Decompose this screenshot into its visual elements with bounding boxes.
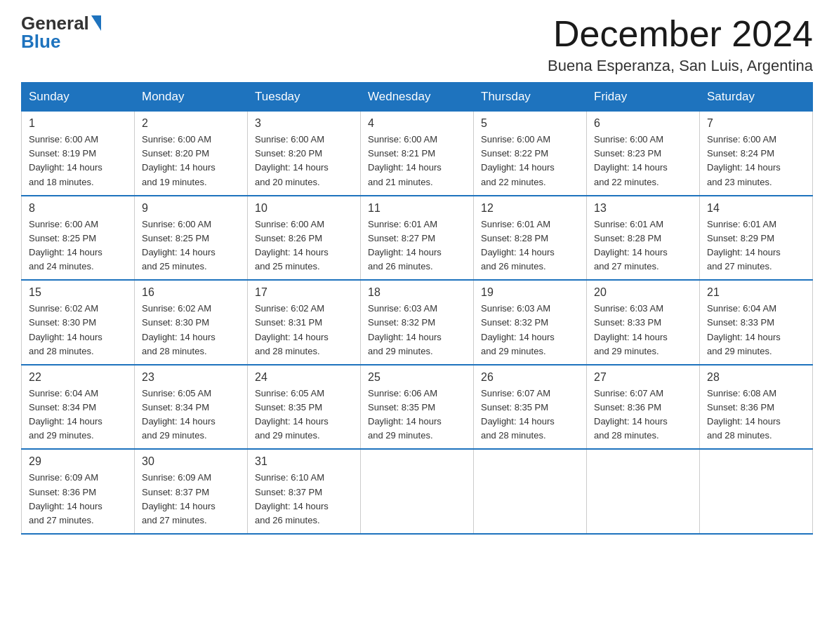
day-number: 9: [142, 202, 240, 215]
calendar-cell: [474, 449, 587, 534]
day-number: 28: [707, 371, 805, 384]
calendar-cell: 31 Sunrise: 6:10 AM Sunset: 8:37 PM Dayl…: [248, 449, 361, 534]
day-number: 2: [142, 117, 240, 130]
calendar-cell: 18 Sunrise: 6:03 AM Sunset: 8:32 PM Dayl…: [361, 280, 474, 365]
calendar-cell: 8 Sunrise: 6:00 AM Sunset: 8:25 PM Dayli…: [22, 196, 135, 281]
calendar-cell: 22 Sunrise: 6:04 AM Sunset: 8:34 PM Dayl…: [22, 365, 135, 450]
month-title: December 2024: [548, 14, 813, 54]
calendar-header-row: SundayMondayTuesdayWednesdayThursdayFrid…: [22, 83, 813, 112]
calendar-cell: 25 Sunrise: 6:06 AM Sunset: 8:35 PM Dayl…: [361, 365, 474, 450]
calendar-week-row: 1 Sunrise: 6:00 AM Sunset: 8:19 PM Dayli…: [22, 112, 813, 196]
calendar-cell: 27 Sunrise: 6:07 AM Sunset: 8:36 PM Dayl…: [587, 365, 700, 450]
day-info: Sunrise: 6:09 AM Sunset: 8:36 PM Dayligh…: [29, 471, 127, 528]
calendar-cell: [587, 449, 700, 534]
day-number: 19: [481, 286, 579, 299]
calendar-cell: 5 Sunrise: 6:00 AM Sunset: 8:22 PM Dayli…: [474, 112, 587, 196]
day-info: Sunrise: 6:00 AM Sunset: 8:19 PM Dayligh…: [29, 133, 127, 189]
header-wednesday: Wednesday: [361, 83, 474, 112]
day-info: Sunrise: 6:04 AM Sunset: 8:33 PM Dayligh…: [707, 302, 805, 358]
calendar-cell: 28 Sunrise: 6:08 AM Sunset: 8:36 PM Dayl…: [700, 365, 813, 450]
day-number: 1: [29, 117, 127, 130]
calendar-cell: 17 Sunrise: 6:02 AM Sunset: 8:31 PM Dayl…: [248, 280, 361, 365]
calendar-table: SundayMondayTuesdayWednesdayThursdayFrid…: [21, 82, 813, 535]
day-number: 22: [29, 371, 127, 384]
calendar-cell: 6 Sunrise: 6:00 AM Sunset: 8:23 PM Dayli…: [587, 112, 700, 196]
day-info: Sunrise: 6:00 AM Sunset: 8:20 PM Dayligh…: [255, 133, 353, 189]
calendar-cell: [700, 449, 813, 534]
day-number: 31: [255, 455, 353, 468]
day-number: 27: [594, 371, 692, 384]
header-sunday: Sunday: [22, 83, 135, 112]
calendar-cell: 10 Sunrise: 6:00 AM Sunset: 8:26 PM Dayl…: [248, 196, 361, 281]
day-info: Sunrise: 6:00 AM Sunset: 8:21 PM Dayligh…: [368, 133, 466, 189]
day-info: Sunrise: 6:02 AM Sunset: 8:30 PM Dayligh…: [142, 302, 240, 358]
header-friday: Friday: [587, 83, 700, 112]
day-info: Sunrise: 6:05 AM Sunset: 8:35 PM Dayligh…: [255, 387, 353, 443]
day-number: 24: [255, 371, 353, 384]
header-saturday: Saturday: [700, 83, 813, 112]
calendar-cell: [361, 449, 474, 534]
calendar-cell: 30 Sunrise: 6:09 AM Sunset: 8:37 PM Dayl…: [135, 449, 248, 534]
calendar-cell: 13 Sunrise: 6:01 AM Sunset: 8:28 PM Dayl…: [587, 196, 700, 281]
logo-blue-text: Blue: [21, 31, 60, 52]
day-number: 16: [142, 286, 240, 299]
calendar-cell: 14 Sunrise: 6:01 AM Sunset: 8:29 PM Dayl…: [700, 196, 813, 281]
day-number: 4: [368, 117, 466, 130]
day-number: 15: [29, 286, 127, 299]
day-info: Sunrise: 6:01 AM Sunset: 8:29 PM Dayligh…: [707, 217, 805, 274]
day-info: Sunrise: 6:03 AM Sunset: 8:33 PM Dayligh…: [594, 302, 692, 358]
calendar-cell: 9 Sunrise: 6:00 AM Sunset: 8:25 PM Dayli…: [135, 196, 248, 281]
logo-arrow-icon: [91, 15, 101, 31]
calendar-cell: 19 Sunrise: 6:03 AM Sunset: 8:32 PM Dayl…: [474, 280, 587, 365]
day-info: Sunrise: 6:04 AM Sunset: 8:34 PM Dayligh…: [29, 387, 127, 443]
page-header: General Blue December 2024 Buena Esperan…: [21, 14, 813, 75]
calendar-week-row: 15 Sunrise: 6:02 AM Sunset: 8:30 PM Dayl…: [22, 280, 813, 365]
day-info: Sunrise: 6:00 AM Sunset: 8:25 PM Dayligh…: [142, 217, 240, 274]
day-number: 6: [594, 117, 692, 130]
day-info: Sunrise: 6:00 AM Sunset: 8:22 PM Dayligh…: [481, 133, 579, 189]
day-info: Sunrise: 6:00 AM Sunset: 8:20 PM Dayligh…: [142, 133, 240, 189]
calendar-cell: 3 Sunrise: 6:00 AM Sunset: 8:20 PM Dayli…: [248, 112, 361, 196]
day-info: Sunrise: 6:07 AM Sunset: 8:36 PM Dayligh…: [594, 387, 692, 443]
day-info: Sunrise: 6:06 AM Sunset: 8:35 PM Dayligh…: [368, 387, 466, 443]
calendar-cell: 20 Sunrise: 6:03 AM Sunset: 8:33 PM Dayl…: [587, 280, 700, 365]
day-number: 29: [29, 455, 127, 468]
day-info: Sunrise: 6:02 AM Sunset: 8:30 PM Dayligh…: [29, 302, 127, 358]
title-block: December 2024 Buena Esperanza, San Luis,…: [548, 14, 813, 75]
calendar-cell: 21 Sunrise: 6:04 AM Sunset: 8:33 PM Dayl…: [700, 280, 813, 365]
day-number: 13: [594, 202, 692, 215]
calendar-cell: 12 Sunrise: 6:01 AM Sunset: 8:28 PM Dayl…: [474, 196, 587, 281]
logo: General Blue: [21, 14, 101, 51]
day-number: 21: [707, 286, 805, 299]
day-info: Sunrise: 6:01 AM Sunset: 8:27 PM Dayligh…: [368, 217, 466, 274]
day-number: 20: [594, 286, 692, 299]
calendar-week-row: 22 Sunrise: 6:04 AM Sunset: 8:34 PM Dayl…: [22, 365, 813, 450]
day-info: Sunrise: 6:10 AM Sunset: 8:37 PM Dayligh…: [255, 471, 353, 528]
day-info: Sunrise: 6:03 AM Sunset: 8:32 PM Dayligh…: [368, 302, 466, 358]
day-info: Sunrise: 6:00 AM Sunset: 8:23 PM Dayligh…: [594, 133, 692, 189]
calendar-cell: 23 Sunrise: 6:05 AM Sunset: 8:34 PM Dayl…: [135, 365, 248, 450]
header-thursday: Thursday: [474, 83, 587, 112]
day-number: 12: [481, 202, 579, 215]
day-number: 10: [255, 202, 353, 215]
calendar-cell: 1 Sunrise: 6:00 AM Sunset: 8:19 PM Dayli…: [22, 112, 135, 196]
day-info: Sunrise: 6:01 AM Sunset: 8:28 PM Dayligh…: [594, 217, 692, 274]
day-number: 3: [255, 117, 353, 130]
header-monday: Monday: [135, 83, 248, 112]
calendar-cell: 11 Sunrise: 6:01 AM Sunset: 8:27 PM Dayl…: [361, 196, 474, 281]
calendar-week-row: 8 Sunrise: 6:00 AM Sunset: 8:25 PM Dayli…: [22, 196, 813, 281]
day-info: Sunrise: 6:02 AM Sunset: 8:31 PM Dayligh…: [255, 302, 353, 358]
day-number: 30: [142, 455, 240, 468]
day-number: 18: [368, 286, 466, 299]
calendar-cell: 29 Sunrise: 6:09 AM Sunset: 8:36 PM Dayl…: [22, 449, 135, 534]
calendar-cell: 4 Sunrise: 6:00 AM Sunset: 8:21 PM Dayli…: [361, 112, 474, 196]
day-number: 25: [368, 371, 466, 384]
day-info: Sunrise: 6:07 AM Sunset: 8:35 PM Dayligh…: [481, 387, 579, 443]
day-info: Sunrise: 6:09 AM Sunset: 8:37 PM Dayligh…: [142, 471, 240, 528]
location-title: Buena Esperanza, San Luis, Argentina: [548, 57, 813, 75]
day-number: 23: [142, 371, 240, 384]
header-tuesday: Tuesday: [248, 83, 361, 112]
day-info: Sunrise: 6:00 AM Sunset: 8:25 PM Dayligh…: [29, 217, 127, 274]
day-number: 5: [481, 117, 579, 130]
day-number: 11: [368, 202, 466, 215]
